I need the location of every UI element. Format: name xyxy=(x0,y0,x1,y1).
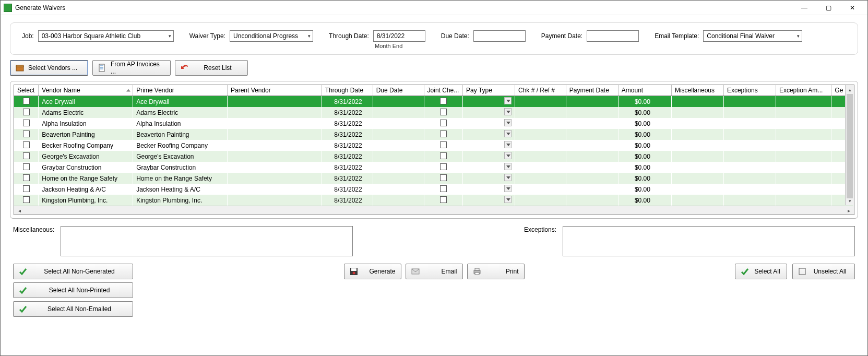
joint-checkbox[interactable] xyxy=(440,120,447,126)
email-template-select[interactable]: Conditional Final Waiver ▾ xyxy=(703,30,802,42)
pay-type-dropdown[interactable] xyxy=(504,141,512,148)
pay-type-dropdown[interactable] xyxy=(504,196,512,203)
chevron-down-icon: ▾ xyxy=(797,33,800,39)
due-date-input[interactable] xyxy=(473,30,526,42)
scroll-thumb[interactable] xyxy=(847,94,853,198)
table-row[interactable]: Becker Roofing CompanyBecker Roofing Com… xyxy=(14,140,854,151)
row-checkbox[interactable] xyxy=(23,141,30,148)
cell-due xyxy=(373,118,424,129)
col-payment-date[interactable]: Payment Date xyxy=(566,85,618,96)
select-all-non-emailed-button[interactable]: Select All Non-Emailed xyxy=(13,301,133,317)
table-row[interactable]: Alpha InsulationAlpha Insulation8/31/202… xyxy=(14,118,854,129)
col-exceptions[interactable]: Exceptions xyxy=(723,85,776,96)
cell-through: 8/31/2022 xyxy=(322,118,373,129)
miscellaneous-input[interactable] xyxy=(61,226,353,256)
joint-checkbox[interactable] xyxy=(440,141,447,148)
row-checkbox[interactable] xyxy=(23,163,30,170)
joint-checkbox[interactable] xyxy=(440,174,447,181)
cell-parent xyxy=(227,173,322,184)
col-through-date[interactable]: Through Date xyxy=(322,85,373,96)
col-vendor-name[interactable]: Vendor Name xyxy=(39,85,133,96)
col-chk-ref[interactable]: Chk # / Ref # xyxy=(515,85,566,96)
joint-checkbox[interactable] xyxy=(440,98,447,104)
joint-checkbox[interactable] xyxy=(440,130,447,137)
horizontal-scrollbar[interactable]: ◂ ▸ xyxy=(14,206,854,215)
table-row[interactable]: Home on the Range SafetyHome on the Rang… xyxy=(14,173,854,184)
scroll-left-icon[interactable]: ◂ xyxy=(15,208,23,213)
col-amount[interactable]: Amount xyxy=(618,85,671,96)
unselect-all-button[interactable]: Unselect All xyxy=(792,264,855,279)
col-pay-type[interactable]: Pay Type xyxy=(463,85,515,96)
table-row[interactable]: Jackson Heating & A/CJackson Heating & A… xyxy=(14,184,854,195)
through-date-input[interactable]: 8/31/2022 xyxy=(373,30,425,42)
job-select[interactable]: 03-003 Harbor Square Athletic Club ▾ xyxy=(38,30,174,42)
cell-vendor: George's Excavation xyxy=(39,151,133,162)
bottom-buttons: Select All Non-Generated Select All Non-… xyxy=(10,262,858,320)
table-row[interactable]: Adams ElectricAdams Electric8/31/2022$0.… xyxy=(14,107,854,118)
table-row[interactable]: Beaverton PaintingBeaverton Painting8/31… xyxy=(14,129,854,140)
pay-type-dropdown[interactable] xyxy=(504,174,512,181)
from-ap-invoices-button[interactable]: From AP Invoices ... xyxy=(92,60,171,76)
pay-type-dropdown[interactable] xyxy=(504,152,512,159)
cell-through: 8/31/2022 xyxy=(322,151,373,162)
scroll-down-icon[interactable]: ▾ xyxy=(846,196,854,205)
cell-prime: Jackson Heating & A/C xyxy=(133,184,228,195)
cell-amount: $0.00 xyxy=(618,118,671,129)
exceptions-input[interactable] xyxy=(563,226,855,256)
row-checkbox[interactable] xyxy=(23,152,30,159)
pay-type-dropdown[interactable] xyxy=(504,130,512,137)
row-checkbox[interactable] xyxy=(23,130,30,137)
select-all-button[interactable]: Select All xyxy=(735,264,787,279)
row-checkbox[interactable] xyxy=(23,185,30,192)
col-select[interactable]: Select xyxy=(14,85,39,96)
payment-date-input[interactable] xyxy=(587,30,639,42)
scroll-up-icon[interactable]: ▴ xyxy=(846,85,854,94)
cell-prime: Beaverton Painting xyxy=(133,129,228,140)
col-prime-vendor[interactable]: Prime Vendor xyxy=(133,85,228,96)
generate-button[interactable]: Generate xyxy=(344,264,401,279)
joint-checkbox[interactable] xyxy=(440,163,447,170)
col-joint-check[interactable]: Joint Che... xyxy=(424,85,462,96)
joint-checkbox[interactable] xyxy=(440,196,447,203)
table-row[interactable]: Graybar ConstructionGraybar Construction… xyxy=(14,162,854,173)
pay-type-dropdown[interactable] xyxy=(504,97,512,104)
miscellaneous-label: Miscellaneous: xyxy=(13,226,54,233)
cell-misc xyxy=(671,96,723,108)
table-row[interactable]: George's ExcavationGeorge's Excavation8/… xyxy=(14,151,854,162)
email-button[interactable]: Email xyxy=(406,264,463,279)
table-row[interactable]: Kingston Plumbing, Inc.Kingston Plumbing… xyxy=(14,195,854,206)
select-vendors-button[interactable]: Select Vendors ... xyxy=(10,60,88,76)
joint-checkbox[interactable] xyxy=(440,152,447,159)
payment-date-label: Payment Date: xyxy=(541,32,582,40)
joint-checkbox[interactable] xyxy=(440,109,447,115)
scroll-right-icon[interactable]: ▸ xyxy=(845,208,853,213)
joint-checkbox[interactable] xyxy=(440,185,447,192)
vertical-scrollbar[interactable]: ▴ ▾ xyxy=(845,85,854,205)
pay-type-dropdown[interactable] xyxy=(504,185,512,192)
maximize-button[interactable]: ▢ xyxy=(816,1,840,15)
select-all-non-printed-button[interactable]: Select All Non-Printed xyxy=(13,282,133,298)
row-checkbox[interactable] xyxy=(23,120,30,126)
close-button[interactable]: ✕ xyxy=(840,1,864,15)
minimize-button[interactable]: — xyxy=(792,1,816,15)
col-exception-amount[interactable]: Exception Am... xyxy=(776,85,831,96)
cell-through: 8/31/2022 xyxy=(322,184,373,195)
reset-list-button[interactable]: Reset List xyxy=(175,60,248,76)
select-all-non-generated-button[interactable]: Select All Non-Generated xyxy=(13,264,133,279)
col-due-date[interactable]: Due Date xyxy=(373,85,424,96)
cell-vendor: Graybar Construction xyxy=(39,162,133,173)
row-checkbox[interactable] xyxy=(23,98,30,104)
through-date-label: Through Date: xyxy=(329,32,369,40)
col-parent-vendor[interactable]: Parent Vendor xyxy=(227,85,322,96)
table-row[interactable]: Ace DrywallAce Drywall8/31/2022$0.00 xyxy=(14,96,854,108)
pay-type-dropdown[interactable] xyxy=(504,119,512,126)
row-checkbox[interactable] xyxy=(23,109,30,115)
print-button[interactable]: Print xyxy=(467,264,525,279)
pay-type-dropdown[interactable] xyxy=(504,108,512,115)
waiver-type-select[interactable]: Unconditional Progress ▾ xyxy=(230,30,313,42)
col-miscellaneous[interactable]: Miscellaneous xyxy=(671,85,723,96)
row-checkbox[interactable] xyxy=(23,174,30,181)
row-checkbox[interactable] xyxy=(23,196,30,203)
pay-type-dropdown[interactable] xyxy=(504,163,512,170)
cell-payment-date xyxy=(566,107,618,118)
